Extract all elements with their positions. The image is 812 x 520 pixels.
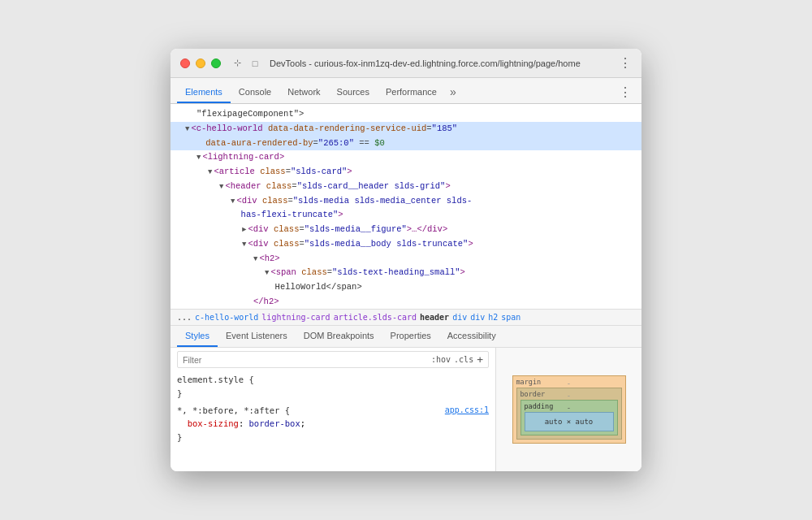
expand-icon: ▼ [219,183,223,191]
dom-line-selected-2[interactable]: data-aura-rendered-by="265:0" == $0 [171,136,641,151]
dom-line: ▼<header class="slds-card__header slds-g… [171,180,641,194]
breadcrumb-item-header[interactable]: header [420,313,449,322]
expand-icon: ▼ [242,240,246,249]
more-tabs-icon[interactable]: » [445,80,461,103]
box-border: border - padding - auto × auto [516,388,622,440]
box-padding: padding - auto × auto [520,400,618,436]
expand-icon: ▼ [253,255,257,263]
dom-tree: "flexipageComponent"> ▼<c-hello-world da… [171,104,641,309]
inspect-icon[interactable]: □ [248,57,261,70]
dom-line: ▼<h2> [171,252,641,266]
expand-icon: ► [242,226,246,234]
expand-icon: ▼ [185,125,189,133]
breadcrumb-item-h2[interactable]: h2 [488,313,498,322]
tab-accessibility[interactable]: Accessibility [439,326,504,347]
breadcrumb-item-article[interactable]: article.slds-card [334,313,417,322]
breadcrumb-item-div2[interactable]: div [470,313,485,322]
padding-value: - [567,404,571,412]
styles-panel: :hov .cls + element.style { } *, *:befor… [171,348,495,471]
margin-label: margin [516,378,542,386]
box-content: auto × auto [525,412,614,431]
tab-performance[interactable]: Performance [378,82,445,103]
traffic-lights [180,58,221,68]
breadcrumb: ... c-hello-world lightning-card article… [171,309,641,325]
border-label: border [520,390,546,398]
padding-label: padding [525,402,554,410]
expand-icon: ▼ [231,197,235,206]
expand-icon: ▼ [208,168,212,176]
dom-line: ▼<lightning-card> [171,150,641,165]
titlebar-nav-icons: ⊹ □ [231,57,261,70]
close-button[interactable] [180,58,190,68]
tab-sources[interactable]: Sources [329,82,378,103]
dom-line: </h2> [171,295,641,309]
expand-icon: ▼ [265,269,269,277]
filter-input[interactable] [183,355,431,365]
dom-line-selected[interactable]: ▼<c-hello-world data-data-rendering-serv… [171,122,641,136]
tab-elements[interactable]: Elements [177,82,231,103]
filter-row: :hov .cls + [177,351,489,368]
tab-styles[interactable]: Styles [177,326,218,347]
style-source-link[interactable]: app.css:1 [445,404,489,417]
tab-properties[interactable]: Properties [382,326,439,347]
tab-network[interactable]: Network [279,82,328,103]
filter-hov-button[interactable]: :hov [431,355,451,364]
window-title: DevTools - curious-fox-inm1zq-dev-ed.lig… [270,58,614,68]
box-model: margin - border - padding - auto × auto [495,348,641,471]
devtools-window: ⊹ □ DevTools - curious-fox-inm1zq-dev-ed… [171,49,641,471]
filter-cls-button[interactable]: .cls [454,355,473,364]
maximize-button[interactable] [211,58,221,68]
breadcrumb-item-span[interactable]: span [501,313,520,322]
box-margin: margin - border - padding - auto × auto [512,375,626,444]
add-style-button[interactable]: + [477,353,483,366]
style-rule-element: element.style { } [177,373,489,401]
tabs-menu-icon[interactable]: ⋮ [615,81,635,103]
dom-line: ▼<div class="slds-media__body slds-trunc… [171,237,641,252]
dom-line: ▼<div class="slds-media slds-media_cente… [171,194,641,209]
bottom-tabs: Styles Event Listeners DOM Breakpoints P… [171,326,641,348]
dom-line: has-flexi-truncate"> [171,208,641,223]
border-value: - [567,392,571,400]
cursor-icon[interactable]: ⊹ [231,57,244,70]
styles-content: :hov .cls + element.style { } *, *:befor… [171,348,641,471]
breadcrumb-item-c-hello-world[interactable]: c-hello-world [195,313,258,322]
dom-line: "flexipageComponent"> [171,107,641,122]
dom-line: ▼<span class="slds-text-heading_small"> [171,266,641,280]
devtools-tabs: Elements Console Network Sources Perform… [171,78,641,104]
dom-line: ►<div class="slds-media__figure">…</div> [171,223,641,237]
more-options-icon[interactable]: ⋮ [619,55,632,71]
margin-value: - [567,379,571,388]
dom-line: ▼<article class="slds-card"> [171,165,641,180]
breadcrumb-item-div1[interactable]: div [452,313,467,322]
expand-icon: ▼ [197,154,201,162]
bottom-panel: Styles Event Listeners DOM Breakpoints P… [171,325,641,471]
minimize-button[interactable] [196,58,205,68]
tab-console[interactable]: Console [231,82,279,103]
breadcrumb-item-lightning-card[interactable]: lightning-card [261,313,330,322]
titlebar: ⊹ □ DevTools - curious-fox-inm1zq-dev-ed… [171,49,641,78]
tab-event-listeners[interactable]: Event Listeners [218,326,296,347]
dom-line: HelloWorld</span> [171,280,641,295]
content-dimensions: auto × auto [545,418,594,426]
tab-dom-breakpoints[interactable]: DOM Breakpoints [296,326,382,347]
breadcrumb-dots: ... [177,313,192,322]
style-rule-universal: *, *:before, *:after { app.css:1 box-siz… [177,404,489,444]
